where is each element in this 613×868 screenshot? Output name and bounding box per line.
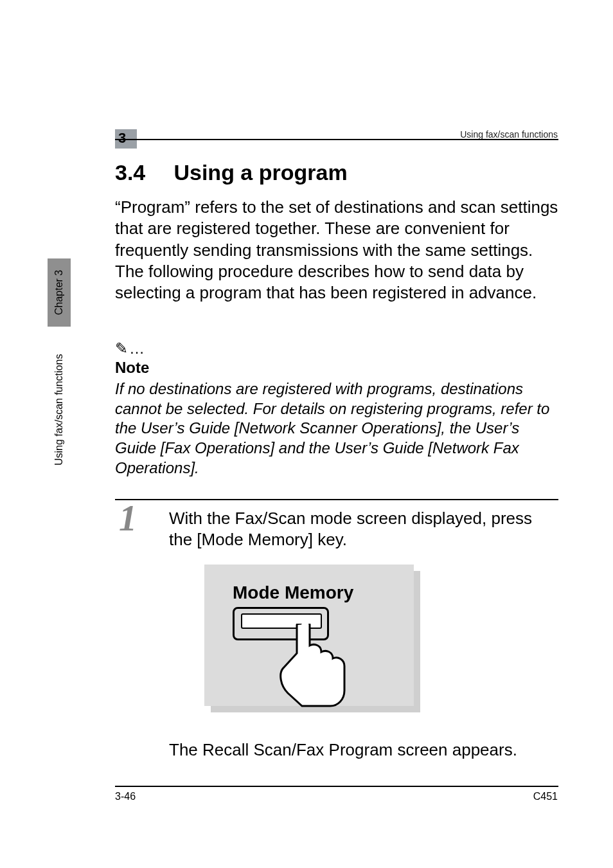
section-title: Using a program (173, 160, 347, 185)
note-text: If no destinations are registered with p… (115, 379, 558, 478)
hand-press-icon (274, 624, 351, 707)
chapter-number: 3 (118, 130, 126, 147)
note-symbol-icon: ✎… (115, 339, 558, 357)
side-tab-chapter-label: Chapter 3 (48, 258, 71, 327)
intro-paragraph: “Program” refers to the set of destinati… (115, 197, 558, 303)
step-divider (115, 499, 558, 500)
running-header: Using fax/scan functions (460, 129, 558, 140)
side-tab: Chapter 3 Using fax/scan functions (48, 258, 71, 485)
post-illustration-text: The Recall Scan/Fax Program screen appea… (169, 739, 558, 761)
step-number: 1 (119, 500, 137, 536)
footer-page-number: 3-46 (115, 791, 136, 802)
note-label: Note (115, 359, 558, 377)
header-rule (115, 139, 558, 140)
note-block: ✎… Note If no destinations are registere… (115, 339, 558, 478)
footer-model: C451 (533, 791, 558, 802)
section-number: 3.4 (115, 161, 168, 185)
section-heading: 3.4 Using a program (115, 161, 348, 185)
mode-memory-label: Mode Memory (233, 583, 353, 603)
step-row: 1 With the Fax/Scan mode screen displaye… (115, 508, 558, 551)
side-tab-section-label: Using fax/scan functions (48, 334, 71, 485)
mode-memory-illustration: Mode Memory (204, 565, 420, 712)
footer-rule (115, 786, 558, 787)
illustration-card: Mode Memory (204, 565, 414, 706)
step-text: With the Fax/Scan mode screen displayed,… (169, 508, 558, 551)
